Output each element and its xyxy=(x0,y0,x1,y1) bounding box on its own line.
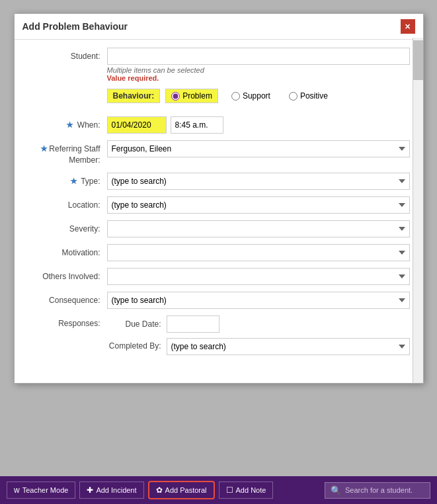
type-row: ★ Type: (type to search) xyxy=(28,173,410,190)
motivation-control xyxy=(107,244,410,261)
location-select[interactable]: (type to search) xyxy=(107,196,410,214)
when-control-area xyxy=(107,116,410,134)
radio-support[interactable]: Support xyxy=(226,89,276,103)
others-involved-control xyxy=(107,268,410,285)
others-involved-select-wrapper xyxy=(107,268,410,285)
add-pastoral-button[interactable]: ✿ Add Pastoral xyxy=(148,481,215,499)
behaviour-row: Behaviour: Problem Support Positive xyxy=(28,89,410,110)
teacher-mode-icon: w xyxy=(14,485,20,495)
location-select-wrapper: (type to search) xyxy=(107,196,410,214)
referring-staff-label: ★Referring Staff Member: xyxy=(28,140,107,166)
due-date-row: Due Date: xyxy=(107,315,410,333)
radio-support-label: Support xyxy=(243,91,270,101)
type-select-wrapper: (type to search) xyxy=(107,173,410,190)
motivation-label: Motivation: xyxy=(28,244,107,259)
consequence-select-wrapper: (type to search) xyxy=(107,292,410,309)
type-label: ★ Type: xyxy=(28,173,107,187)
others-involved-select[interactable] xyxy=(107,268,410,285)
modal-titlebar: Add Problem Behaviour × xyxy=(15,14,423,40)
completed-by-select-wrapper: (type to search) xyxy=(167,338,410,355)
responses-inner: Due Date: Completed By: (type to search) xyxy=(107,315,410,355)
modal-body: Student: Multiple items can be selected … xyxy=(15,40,423,370)
severity-label: Severity: xyxy=(28,220,107,235)
radio-support-input[interactable] xyxy=(231,92,240,101)
when-time-input[interactable] xyxy=(171,116,223,134)
severity-select-wrapper xyxy=(107,220,410,237)
type-required-star: ★ xyxy=(70,177,77,186)
motivation-select-wrapper xyxy=(107,244,410,261)
referring-staff-select-wrapper: Ferguson, Eileen xyxy=(107,140,410,157)
value-required-message: Value required. xyxy=(107,74,410,82)
referring-staff-row: ★Referring Staff Member: Ferguson, Eilee… xyxy=(28,140,410,166)
others-involved-label: Others Involved: xyxy=(28,268,107,282)
others-involved-row: Others Involved: xyxy=(28,268,410,285)
severity-control xyxy=(107,220,410,237)
teacher-mode-label: Teacher Mode xyxy=(22,486,69,494)
type-select[interactable]: (type to search) xyxy=(107,173,410,190)
severity-select[interactable] xyxy=(107,220,410,237)
add-incident-label: Add Incident xyxy=(96,486,136,494)
radio-problem-label: Problem xyxy=(182,91,212,101)
add-incident-button[interactable]: ✚ Add Incident xyxy=(79,482,143,499)
behaviour-label-spacer xyxy=(28,89,107,92)
behaviour-options-area: Behaviour: Problem Support Positive xyxy=(107,89,410,110)
scrollbar[interactable] xyxy=(413,38,423,383)
scroll-thumb xyxy=(413,40,423,80)
consequence-label: Consequence: xyxy=(28,292,107,306)
behaviour-label: Behaviour: xyxy=(107,89,161,103)
when-row: ★ When: xyxy=(28,116,410,134)
modal-title: Add Problem Behaviour xyxy=(22,21,128,32)
severity-row: Severity: xyxy=(28,220,410,237)
student-input[interactable] xyxy=(107,48,410,65)
location-label: Location: xyxy=(28,196,107,211)
student-control-area: Multiple items can be selected Value req… xyxy=(107,48,410,82)
consequence-select[interactable]: (type to search) xyxy=(107,292,410,309)
add-note-icon: ☐ xyxy=(226,485,233,495)
location-control: (type to search) xyxy=(107,196,410,214)
add-pastoral-icon: ✿ xyxy=(156,485,163,495)
add-pastoral-label: Add Pastoral xyxy=(165,486,207,494)
motivation-select[interactable] xyxy=(107,244,410,261)
multi-select-hint: Multiple items can be selected xyxy=(107,66,410,74)
add-note-label: Add Note xyxy=(236,486,266,494)
completed-by-row: Completed By: (type to search) xyxy=(107,338,410,355)
bottom-toolbar: w Teacher Mode ✚ Add Incident ✿ Add Past… xyxy=(0,476,437,504)
radio-problem[interactable]: Problem xyxy=(165,89,218,103)
radio-positive-input[interactable] xyxy=(289,92,298,101)
referring-staff-select[interactable]: Ferguson, Eileen xyxy=(107,140,410,157)
search-area: 🔍 xyxy=(325,482,430,499)
type-control: (type to search) xyxy=(107,173,410,190)
completed-by-select[interactable]: (type to search) xyxy=(167,338,410,355)
search-student-input[interactable] xyxy=(345,486,424,494)
radio-positive[interactable]: Positive xyxy=(284,89,333,103)
when-required-star: ★ xyxy=(66,120,73,130)
radio-positive-label: Positive xyxy=(300,91,328,101)
due-date-input[interactable] xyxy=(167,315,219,333)
when-inputs xyxy=(107,116,410,134)
when-label: ★ When: xyxy=(28,116,107,131)
consequence-row: Consequence: (type to search) xyxy=(28,292,410,309)
responses-section: Responses: Due Date: Completed By: (type… xyxy=(28,315,410,355)
student-row: Student: Multiple items can be selected … xyxy=(28,48,410,82)
search-icon: 🔍 xyxy=(331,485,341,495)
add-problem-behaviour-modal: Add Problem Behaviour × Student: Multipl… xyxy=(14,13,424,384)
modal-close-button[interactable]: × xyxy=(401,19,415,34)
when-date-input[interactable] xyxy=(107,116,167,134)
completed-by-label: Completed By: xyxy=(107,341,167,352)
student-label: Student: xyxy=(28,48,107,62)
location-row: Location: (type to search) xyxy=(28,196,410,214)
due-date-label: Due Date: xyxy=(107,319,167,329)
referring-staff-control: Ferguson, Eileen xyxy=(107,140,410,157)
motivation-row: Motivation: xyxy=(28,244,410,261)
radio-problem-input[interactable] xyxy=(171,92,180,101)
behaviour-radio-group: Behaviour: Problem Support Positive xyxy=(107,89,410,103)
teacher-mode-button[interactable]: w Teacher Mode xyxy=(7,482,75,499)
responses-label: Responses: xyxy=(28,315,107,328)
consequence-control: (type to search) xyxy=(107,292,410,309)
add-note-button[interactable]: ☐ Add Note xyxy=(219,482,274,499)
add-incident-icon: ✚ xyxy=(87,485,93,495)
